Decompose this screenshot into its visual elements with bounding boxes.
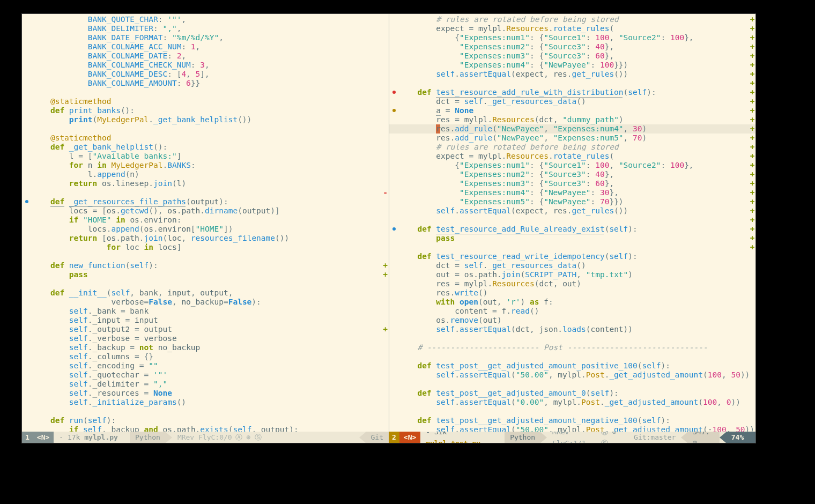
flycheck-underline: [436, 234, 604, 234]
modeline-end-block: [749, 432, 755, 443]
modelines: 1 <N> - 17k mylpl.py Python MRev FlyC:0/…: [22, 432, 755, 443]
right-gutter: [389, 14, 399, 432]
right-code-area[interactable]: # rules are rotated before being stored …: [399, 15, 750, 432]
mode-icons-left: Ⓐ ⊕ Ⓢ: [235, 432, 262, 443]
major-mode-right: Python: [505, 432, 540, 443]
window-number-right: 2: [389, 432, 399, 443]
separator-icon: [681, 432, 687, 443]
evil-state-right: <N>: [399, 432, 420, 443]
modified-indicator-left: -: [59, 433, 63, 441]
modeline-right[interactable]: 2 <N> - 31k mylpl_test.py Python MRev Fl…: [389, 432, 755, 443]
emacs-frame: BANK_QUOTE_CHAR: '"', BANK_DELIMITER: ",…: [21, 13, 756, 443]
separator-icon: [540, 432, 547, 443]
buffer-size-right: 31k: [434, 432, 447, 436]
major-mode-left: Python: [130, 432, 166, 443]
editor-panes: BANK_QUOTE_CHAR: '"', BANK_DELIMITER: ",…: [22, 14, 755, 432]
buffer-info-right: - 31k mylpl_test.py: [420, 432, 498, 443]
right-right-fringe: + + + + + + + + + + + + + + + + + + + + …: [749, 15, 755, 432]
modeline-left[interactable]: 1 <N> - 17k mylpl.py Python MRev FlyC:0/…: [22, 432, 389, 443]
separator-icon: [359, 432, 366, 443]
flycheck-underline: [436, 97, 623, 98]
window-number-left: 1: [22, 432, 33, 443]
separator-icon: [720, 432, 726, 443]
left-gutter: [22, 14, 32, 432]
right-pane[interactable]: # rules are rotated before being stored …: [389, 14, 756, 432]
separator-icon: [166, 432, 172, 443]
flycheck-underline: [50, 206, 64, 207]
gutter-marker-red: [392, 91, 396, 94]
left-right-fringe: - + + +: [382, 15, 389, 432]
modified-indicator-right: -: [426, 432, 430, 436]
gutter-marker-blue: [392, 227, 396, 231]
git-status-right: Git:master: [628, 432, 681, 443]
left-code-area[interactable]: BANK_QUOTE_CHAR: '"', BANK_DELIMITER: ",…: [32, 15, 382, 432]
evil-state-left: <N>: [33, 432, 54, 443]
separator-icon: [123, 432, 130, 443]
left-pane[interactable]: BANK_QUOTE_CHAR: '"', BANK_DELIMITER: ",…: [22, 14, 389, 432]
git-status-left: Git: [366, 432, 389, 443]
minor-modes-left: MRev FlyC:0/0 Ⓐ ⊕ Ⓢ: [172, 432, 267, 443]
minor-modes-right: MRev FlyC:1/1 Ⓐ ⊕ Ⓢ: [547, 432, 628, 443]
gutter-marker-yellow: [392, 109, 396, 112]
cursor-position-right: 547: 8: [687, 432, 719, 443]
separator-icon: [498, 432, 505, 443]
flycheck-status-left: MRev FlyC:0/0: [177, 432, 232, 443]
gutter-marker-blue: [25, 200, 28, 203]
mode-icons-right: Ⓐ ⊕ Ⓢ: [601, 432, 623, 443]
flycheck-status-right: MRev FlyC:1/1: [552, 432, 598, 443]
flycheck-underline: [69, 206, 186, 207]
buffer-name-right: mylpl_test.py: [426, 439, 480, 443]
buffer-info-left: - 17k mylpl.py: [54, 432, 123, 443]
flycheck-underline: [436, 115, 441, 116]
buffer-size-left: 17k: [68, 433, 80, 441]
buffer-name-left: mylpl.py: [84, 433, 118, 441]
git-label-left: Git: [371, 433, 383, 441]
scroll-percent-right: 74%: [726, 432, 749, 443]
